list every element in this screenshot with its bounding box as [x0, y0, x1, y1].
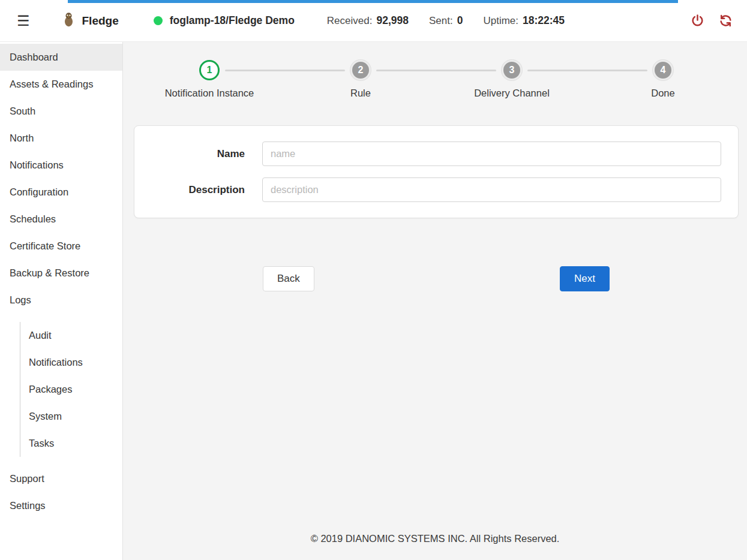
- stat-sent-value: 0: [457, 14, 463, 27]
- back-button[interactable]: Back: [263, 266, 314, 291]
- wizard-stepper: 1 Notification Instance 2 Rule 3 Deliver…: [134, 60, 739, 99]
- step-2-circle: 2: [350, 60, 371, 80]
- stat-received-value: 92,998: [376, 14, 409, 27]
- sidebar-item-north[interactable]: North: [0, 125, 122, 152]
- wizard-step-done: 4 Done: [587, 60, 739, 99]
- name-field-row: Name: [151, 141, 721, 166]
- wizard-step-rule: 2 Rule: [285, 60, 436, 99]
- sidebar-item-notifications[interactable]: Notifications: [0, 152, 122, 179]
- shutdown-power-icon[interactable]: [689, 13, 706, 29]
- name-field-label: Name: [151, 148, 262, 160]
- sidebar-logs-subgroup: Audit Notifications Packages System Task…: [20, 322, 122, 457]
- service-name: foglamp-18/Fledge Demo: [170, 14, 295, 27]
- status-dot-icon: [154, 16, 163, 25]
- description-field-label: Description: [151, 184, 262, 196]
- sidebar-item-logs-packages[interactable]: Packages: [20, 376, 122, 403]
- loading-bar: [68, 0, 678, 3]
- sidebar-item-schedules[interactable]: Schedules: [0, 206, 122, 233]
- sidebar-item-backup-restore[interactable]: Backup & Restore: [0, 260, 122, 287]
- sidebar-item-assets-readings[interactable]: Assets & Readings: [0, 71, 122, 98]
- footer-copyright: © 2019 DIANOMIC SYSTEMS INC. All Rights …: [123, 533, 747, 544]
- sidebar: Dashboard Assets & Readings South North …: [0, 42, 123, 560]
- description-field-row: Description: [151, 177, 721, 202]
- brand: Fledge: [64, 12, 119, 29]
- name-input[interactable]: [262, 141, 721, 166]
- step-3-circle: 3: [502, 60, 522, 80]
- stat-uptime-value: 18:22:45: [523, 14, 565, 27]
- refresh-icon[interactable]: [718, 13, 734, 29]
- sidebar-item-certificate-store[interactable]: Certificate Store: [0, 233, 122, 260]
- step-1-circle: 1: [199, 60, 220, 80]
- sidebar-item-logs-tasks[interactable]: Tasks: [20, 430, 122, 457]
- step-3-label: Delivery Channel: [474, 88, 550, 99]
- sidebar-item-logs-system[interactable]: System: [20, 403, 122, 430]
- stat-sent: Sent: 0: [429, 14, 463, 27]
- wizard-step-delivery-channel: 3 Delivery Channel: [436, 60, 587, 99]
- step-2-label: Rule: [350, 88, 371, 99]
- stat-received-label: Received:: [327, 15, 373, 27]
- stat-received: Received: 92,998: [327, 14, 409, 27]
- service-status: foglamp-18/Fledge Demo: [154, 14, 295, 27]
- main-content: 1 Notification Instance 2 Rule 3 Deliver…: [123, 42, 747, 560]
- wizard-actions: Back Next: [134, 266, 739, 291]
- step-1-label: Notification Instance: [165, 88, 254, 99]
- brand-name: Fledge: [82, 14, 119, 28]
- step-4-circle: 4: [653, 60, 673, 80]
- sidebar-item-south[interactable]: South: [0, 98, 122, 125]
- header-stats: Received: 92,998 Sent: 0 Uptime: 18:22:4…: [327, 14, 565, 27]
- header: ☰ Fledge foglamp-18/Fledge Demo Received…: [0, 0, 747, 42]
- header-actions: [689, 13, 734, 29]
- hamburger-menu-icon[interactable]: ☰: [13, 11, 34, 31]
- sidebar-item-support[interactable]: Support: [0, 465, 122, 492]
- description-input[interactable]: [262, 177, 721, 202]
- app: ☰ Fledge foglamp-18/Fledge Demo Received…: [0, 0, 747, 560]
- stat-sent-label: Sent:: [429, 15, 453, 27]
- sidebar-item-logs-audit[interactable]: Audit: [20, 322, 122, 349]
- stat-uptime-label: Uptime:: [483, 15, 518, 27]
- step-4-label: Done: [651, 88, 674, 99]
- sidebar-item-configuration[interactable]: Configuration: [0, 179, 122, 206]
- sidebar-item-logs-notifications[interactable]: Notifications: [20, 349, 122, 376]
- sidebar-item-dashboard[interactable]: Dashboard: [0, 44, 122, 71]
- notification-form-card: Name Description: [134, 125, 739, 218]
- stat-uptime: Uptime: 18:22:45: [483, 14, 565, 27]
- wizard-step-notification-instance: 1 Notification Instance: [134, 60, 285, 99]
- fledge-logo-icon: [64, 12, 74, 29]
- sidebar-item-logs[interactable]: Logs: [0, 287, 122, 314]
- next-button[interactable]: Next: [560, 266, 610, 291]
- sidebar-item-settings[interactable]: Settings: [0, 492, 122, 519]
